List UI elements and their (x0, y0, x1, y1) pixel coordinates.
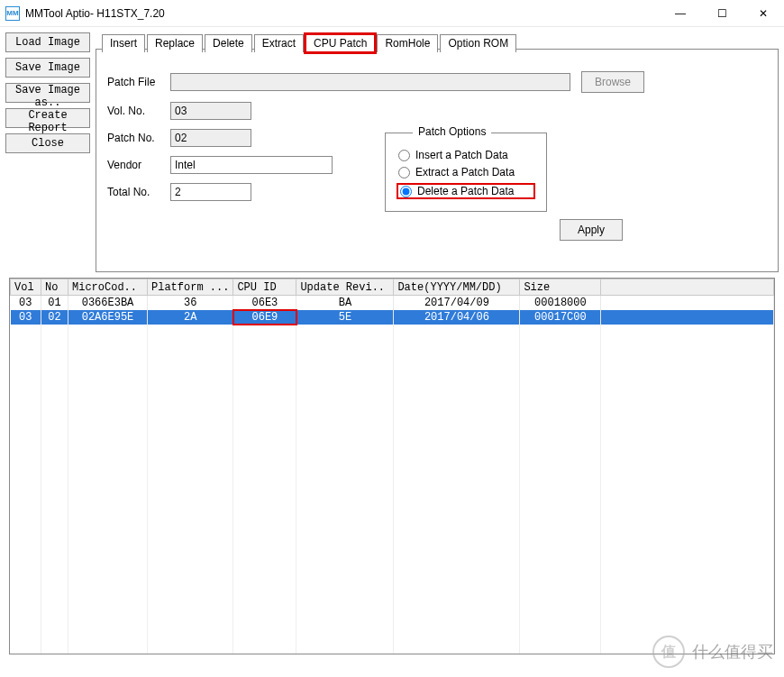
table-row[interactable]: 03010366E3BA3606E3BA2017/04/0900018000 (11, 296, 774, 310)
table-row (11, 526, 774, 541)
table-row (11, 469, 774, 483)
table-row (11, 541, 774, 555)
radio-extract-label: Extract a Patch Data (415, 166, 515, 178)
tab-extract[interactable]: Extract (254, 34, 304, 52)
vendor-label: Vendor (107, 159, 170, 171)
table-row (11, 397, 774, 411)
table-row[interactable]: 030202A6E95E2A06E95E2017/04/0600017C00 (11, 310, 774, 325)
app-icon: MM (5, 6, 20, 21)
vendor-input[interactable] (170, 156, 333, 174)
col-size[interactable]: Size (520, 279, 601, 296)
table-row (11, 325, 774, 339)
table-row (11, 425, 774, 440)
tab-strip: Insert Replace Delete Extract CPU Patch … (102, 33, 518, 51)
table-row (11, 382, 774, 397)
col-cpuid[interactable]: CPU ID (233, 279, 296, 296)
window-controls: — ☐ ✕ (660, 0, 784, 27)
table-row (11, 555, 774, 570)
radio-delete-input[interactable] (400, 186, 412, 197)
col-platform[interactable]: Platform ... (148, 279, 233, 296)
total-no-label: Total No. (107, 186, 170, 198)
close-button[interactable]: Close (5, 133, 90, 153)
table-row (11, 584, 774, 599)
radio-insert-input[interactable] (398, 150, 410, 161)
radio-extract-input[interactable] (398, 167, 410, 178)
radio-insert-patch[interactable]: Insert a Patch Data (398, 149, 533, 161)
tab-delete[interactable]: Delete (205, 34, 252, 52)
patch-options-group: Patch Options Insert a Patch Data Extrac… (385, 133, 547, 212)
table-row (11, 440, 774, 454)
watermark-icon: 值 (652, 636, 685, 668)
titlebar: MM MMTool Aptio- H11STX_7.20 — ☐ ✕ (0, 0, 784, 27)
create-report-button[interactable]: Create Report (5, 108, 90, 128)
tab-panel: Insert Replace Delete Extract CPU Patch … (96, 49, 779, 272)
col-no[interactable]: No (41, 279, 68, 296)
radio-extract-patch[interactable]: Extract a Patch Data (398, 166, 533, 178)
patch-file-label: Patch File (107, 76, 170, 88)
table-row (11, 570, 774, 584)
browse-button[interactable]: Browse (581, 71, 644, 93)
table-row (11, 613, 774, 627)
table-row (11, 454, 774, 469)
apply-button[interactable]: Apply (560, 219, 623, 241)
patch-options-legend: Patch Options (413, 125, 491, 138)
patch-table-container: Vol No MicroCod.. Platform ... CPU ID Up… (9, 278, 775, 654)
col-spacer (601, 279, 774, 296)
side-button-panel: Load Image Save Image Save Image as.. Cr… (5, 32, 96, 272)
table-row (11, 353, 774, 368)
load-image-button[interactable]: Load Image (5, 32, 90, 52)
col-microcode[interactable]: MicroCod.. (68, 279, 148, 296)
save-image-button[interactable]: Save Image (5, 58, 90, 78)
maximize-button[interactable]: ☐ (701, 0, 743, 27)
tab-option-rom[interactable]: Option ROM (440, 34, 516, 52)
tab-replace[interactable]: Replace (147, 34, 203, 52)
table-row (11, 512, 774, 526)
radio-delete-patch[interactable]: Delete a Patch Data (397, 183, 535, 199)
patch-table[interactable]: Vol No MicroCod.. Platform ... CPU ID Up… (10, 279, 774, 654)
radio-delete-label: Delete a Patch Data (417, 185, 514, 197)
window-title: MMTool Aptio- H11STX_7.20 (25, 7, 660, 20)
radio-insert-label: Insert a Patch Data (415, 149, 508, 161)
minimize-button[interactable]: — (660, 0, 701, 27)
patch-file-input[interactable] (170, 73, 570, 91)
col-update[interactable]: Update Revi.. (296, 279, 394, 296)
patch-no-label: Patch No. (107, 132, 170, 144)
table-row (11, 339, 774, 353)
tab-cpu-patch[interactable]: CPU Patch (305, 34, 375, 52)
table-row (11, 498, 774, 512)
table-row (11, 483, 774, 498)
watermark-text: 什么值得买 (692, 641, 773, 663)
tab-romhole[interactable]: RomHole (377, 34, 438, 52)
patch-no-input[interactable] (170, 129, 251, 147)
table-row (11, 368, 774, 382)
col-vol[interactable]: Vol (11, 279, 41, 296)
save-image-as-button[interactable]: Save Image as.. (5, 83, 90, 103)
total-no-input[interactable] (170, 183, 251, 201)
vol-no-label: Vol. No. (107, 105, 170, 117)
table-row (11, 411, 774, 425)
close-window-button[interactable]: ✕ (743, 0, 784, 27)
col-date[interactable]: Date(YYYY/MM/DD) (394, 279, 520, 296)
tab-insert[interactable]: Insert (102, 34, 145, 52)
vol-no-input[interactable] (170, 102, 251, 120)
watermark: 值 什么值得买 (652, 636, 773, 668)
table-row (11, 599, 774, 613)
